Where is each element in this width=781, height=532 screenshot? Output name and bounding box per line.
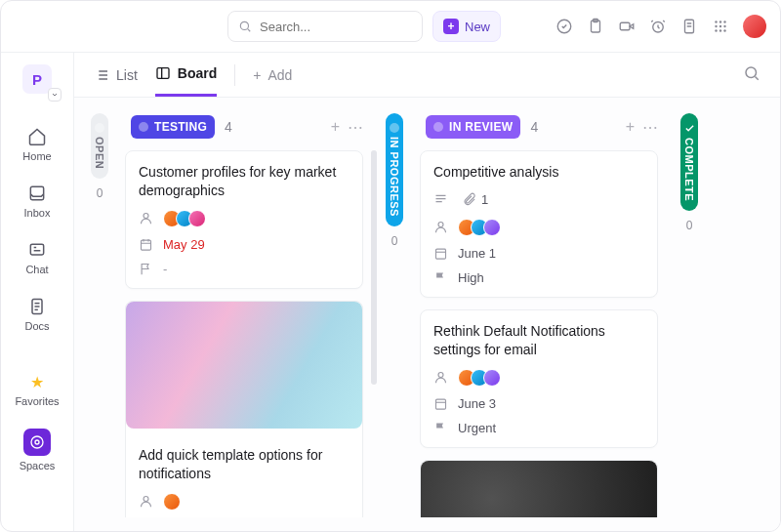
task-card[interactable]: Add quick template options for notificat… (125, 301, 363, 517)
add-task-icon[interactable]: + (626, 118, 635, 137)
nav-home[interactable]: Home (1, 119, 73, 170)
svg-point-16 (715, 29, 717, 31)
assignee-icon (139, 211, 153, 225)
svg-point-13 (715, 25, 717, 27)
spaces-icon (23, 429, 51, 456)
view-list[interactable]: List (94, 53, 138, 97)
user-avatar[interactable] (743, 15, 766, 38)
column-count: 0 (97, 186, 103, 200)
svg-rect-48 (436, 249, 446, 259)
workspace-letter: P (32, 71, 42, 88)
nav-label: Inbox (24, 207, 51, 219)
reminder-icon[interactable] (649, 18, 667, 35)
svg-rect-51 (436, 399, 446, 409)
add-task-icon[interactable]: + (331, 118, 340, 137)
status-open-label: OPEN (91, 113, 108, 179)
flag-icon (433, 270, 448, 285)
nav-chat[interactable]: Chat (1, 232, 73, 283)
svg-rect-19 (30, 244, 43, 255)
workspace-switcher[interactable]: P (22, 64, 52, 94)
svg-line-1 (248, 29, 251, 32)
svg-rect-37 (142, 240, 151, 250)
flag-icon (433, 421, 448, 435)
status-testing-label[interactable]: TESTING (131, 115, 215, 139)
column-count: 0 (686, 219, 693, 232)
column-in-progress-collapsed[interactable]: IN PROGRESS 0 (383, 111, 406, 517)
task-card[interactable]: Rethink Default Notifications settings f… (420, 309, 658, 448)
column-more-icon[interactable]: ⋯ (348, 118, 363, 137)
nav-spaces[interactable]: Spaces (1, 421, 73, 479)
assignee-avatars[interactable] (163, 210, 206, 227)
task-tray-icon[interactable] (555, 18, 573, 35)
svg-point-24 (31, 436, 43, 448)
card-title: Rethink Default Notifications settings f… (433, 322, 644, 359)
svg-point-14 (719, 25, 721, 27)
view-label: Board (178, 65, 217, 81)
column-count: 0 (391, 234, 398, 248)
column-in-review: IN REVIEW 4 + ⋯ Competitive analysis (420, 111, 664, 517)
svg-point-15 (723, 25, 725, 27)
assignee-avatars[interactable] (458, 369, 501, 387)
nav-inbox[interactable]: Inbox (1, 176, 73, 226)
board-search-icon[interactable] (743, 64, 760, 86)
view-label: List (116, 67, 138, 83)
task-card[interactable] (420, 460, 658, 517)
clipboard-icon[interactable] (587, 18, 604, 35)
new-button[interactable]: + New (432, 11, 501, 42)
status-in-review-label[interactable]: IN REVIEW (426, 115, 520, 139)
notepad-icon[interactable] (680, 18, 698, 35)
priority-value: High (458, 270, 484, 285)
column-count: 4 (225, 119, 232, 135)
view-label: Add (267, 67, 292, 83)
assignee-avatars[interactable] (458, 219, 501, 236)
svg-line-35 (755, 76, 758, 79)
svg-point-25 (35, 440, 39, 444)
task-card[interactable]: Competitive analysis 1 (420, 150, 658, 298)
svg-point-34 (746, 67, 757, 78)
svg-point-11 (719, 20, 721, 22)
column-count: 4 (530, 119, 538, 135)
priority-value: - (163, 262, 167, 276)
view-board[interactable]: Board (155, 53, 217, 97)
search-input[interactable] (260, 20, 424, 34)
assignee-icon (433, 220, 448, 234)
nav-label: Favorites (15, 395, 59, 407)
assignee-icon (433, 370, 448, 385)
nav-docs[interactable]: Docs (1, 289, 73, 340)
chat-icon (27, 240, 47, 260)
svg-point-17 (719, 29, 721, 31)
task-card[interactable]: Customer profiles for key market demogra… (125, 150, 363, 289)
column-complete-collapsed[interactable]: COMPLETE 0 (678, 111, 701, 517)
record-icon[interactable] (618, 18, 636, 35)
flag-icon (139, 262, 153, 276)
column-testing: TESTING 4 + ⋯ Customer profiles for key … (125, 111, 369, 517)
due-date: June 1 (458, 246, 496, 261)
svg-rect-5 (620, 22, 630, 30)
calendar-icon (433, 246, 448, 261)
view-add[interactable]: + Add (253, 53, 292, 97)
due-date: June 3 (458, 396, 496, 411)
calendar-icon (139, 237, 153, 252)
nav-favorites[interactable]: ★ Favorites (1, 365, 73, 415)
description-icon (433, 191, 448, 209)
svg-point-12 (723, 20, 725, 22)
svg-point-41 (144, 497, 148, 502)
global-search[interactable]: ✦ (227, 11, 423, 42)
svg-point-0 (240, 21, 248, 29)
nav-label: Chat (25, 264, 48, 275)
svg-rect-32 (157, 68, 169, 79)
svg-point-18 (723, 29, 725, 31)
scrollbar[interactable] (371, 150, 377, 385)
calendar-icon (433, 396, 448, 411)
column-more-icon[interactable]: ⋯ (642, 118, 658, 137)
attachment-icon (462, 192, 476, 207)
nav-label: Spaces (20, 460, 56, 471)
new-button-label: New (465, 20, 490, 34)
list-icon (94, 67, 109, 83)
apps-grid-icon[interactable] (712, 18, 729, 35)
nav-label: Docs (24, 320, 49, 332)
svg-point-50 (438, 373, 443, 378)
column-open-collapsed[interactable]: OPEN 0 (88, 111, 111, 517)
card-title: Competitive analysis (433, 163, 644, 182)
assignee-avatars[interactable] (163, 493, 181, 511)
